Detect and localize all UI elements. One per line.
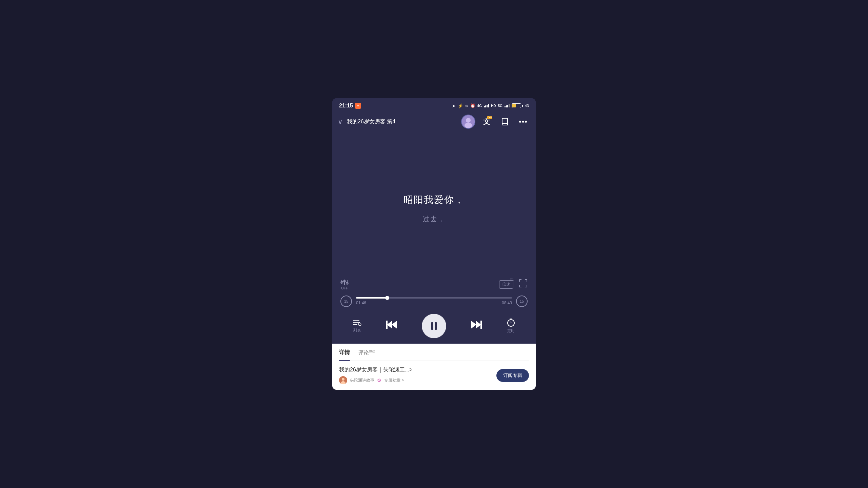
svg-point-12 (358, 323, 361, 326)
signal-bars-4g (484, 104, 489, 107)
book-info: 我的26岁女房客｜头陀渊工...> 头陀渊讲故事 ⚙ 专属勋章 > (339, 366, 492, 384)
on-badge: ON (487, 116, 492, 119)
hd-label: HD (491, 104, 496, 108)
tab-comments-label: 评论 (358, 350, 369, 355)
comments-badge: 862 (369, 349, 375, 353)
back-button[interactable]: ∨ (338, 118, 343, 126)
tab-details-label: 详情 (339, 349, 350, 355)
bluetooth-icon: ⚡ (458, 103, 463, 108)
5g-label: 5G (498, 104, 502, 108)
lyric-sub: 过去， (423, 215, 445, 224)
current-time: 01:46 (356, 301, 366, 305)
skip-forward-15-button[interactable]: 15 (516, 296, 528, 307)
avatar[interactable] (461, 115, 475, 129)
eq-button[interactable]: OFF (340, 279, 349, 290)
book-button[interactable] (498, 115, 512, 129)
next-button[interactable] (470, 319, 482, 332)
playlist-label: 列表 (353, 328, 361, 333)
svg-rect-17 (431, 322, 433, 330)
skip-back-15-button[interactable]: 15 (340, 296, 352, 307)
translate-button[interactable]: 文 ON (479, 115, 494, 129)
tab-comments[interactable]: 评论862 (358, 349, 375, 358)
progress-track: 01:46 08:43 (356, 297, 512, 305)
exclusive-label: 专属勋章 > (384, 378, 404, 383)
status-time: 21:15 ● (339, 103, 361, 109)
progress-fill (356, 297, 387, 299)
svg-rect-21 (480, 321, 482, 329)
svg-marker-20 (476, 321, 481, 329)
playback-controls: 列表 (340, 314, 528, 338)
phone-frame: 21:15 ● ➤ ⚡ ⊕ ⏰ 4G HD 5G (332, 98, 536, 390)
author-avatar (339, 376, 347, 384)
svg-point-25 (342, 378, 344, 381)
top-nav: ∨ 我的26岁女房客 第4 文 ON ••• (332, 112, 536, 131)
notification-badge: ● (355, 103, 361, 109)
pause-button[interactable] (422, 314, 446, 338)
book-title[interactable]: 我的26岁女房客｜头陀渊工...> (339, 366, 492, 373)
lyric-main: 昭阳我爱你， (403, 194, 465, 206)
status-icons: ➤ ⚡ ⊕ ⏰ 4G HD 5G (452, 103, 529, 108)
lyrics-area: 昭阳我爱你， 过去， (340, 138, 528, 279)
speed-label: 倍速 (502, 282, 510, 287)
battery-percent: 43 (525, 104, 529, 108)
exclusive-badge-icon: ⚙ (377, 378, 381, 383)
x1-badge: X1 (510, 278, 514, 281)
tab-details[interactable]: 详情 (339, 349, 350, 358)
subscribe-button[interactable]: 订阅专辑 (496, 369, 529, 382)
svg-marker-14 (387, 321, 392, 329)
skip-fwd-label: 15 (520, 299, 524, 303)
timer-button[interactable]: 定时 (507, 318, 515, 333)
prev-button[interactable] (386, 319, 398, 332)
timer-label: 定时 (507, 328, 515, 333)
total-time: 08:43 (502, 301, 512, 305)
location-icon: ➤ (452, 103, 456, 108)
speed-button[interactable]: X1 倍速 (499, 280, 513, 289)
book-title-text: 我的26岁女房客｜头陀渊工...> (339, 367, 412, 372)
progress-times: 01:46 08:43 (356, 301, 512, 305)
status-bar: 21:15 ● ➤ ⚡ ⊕ ⏰ 4G HD 5G (332, 98, 536, 112)
controls-row-1: OFF X1 倍速 (340, 279, 528, 290)
4g-label: 4G (477, 104, 482, 108)
signal-bars-5g (505, 104, 510, 107)
rotate-icon: ⊕ (465, 104, 468, 108)
svg-marker-15 (392, 321, 397, 329)
notif-icon: ● (357, 104, 359, 107)
playlist-button[interactable]: 列表 (353, 319, 361, 333)
bottom-section: 详情 评论862 我的26岁女房客｜头陀渊工...> (332, 344, 536, 390)
progress-area: 15 01:46 08:43 15 (340, 296, 528, 307)
tabs-row: 详情 评论862 (339, 349, 529, 361)
more-button[interactable]: ••• (516, 115, 530, 129)
progress-thumb (385, 296, 389, 300)
skip-back-label: 15 (344, 299, 348, 303)
content-row: 我的26岁女房客｜头陀渊工...> 头陀渊讲故事 ⚙ 专属勋章 > 订阅专 (339, 366, 529, 384)
player-area: 昭阳我爱你， 过去， OFF X1 倍速 (332, 131, 536, 344)
author-name: 头陀渊讲故事 (350, 378, 374, 383)
svg-point-2 (465, 123, 472, 128)
eq-off-label: OFF (341, 286, 348, 290)
book-meta: 头陀渊讲故事 ⚙ 专属勋章 > (339, 376, 492, 384)
svg-marker-19 (471, 321, 476, 329)
more-icon: ••• (519, 117, 528, 126)
svg-rect-18 (435, 322, 437, 330)
battery-indicator (512, 103, 523, 108)
progress-bar[interactable] (356, 297, 512, 299)
alarm-icon: ⏰ (470, 103, 475, 108)
svg-rect-16 (386, 321, 388, 329)
nav-title: 我的26岁女房客 第4 (347, 118, 457, 125)
time-display: 21:15 (339, 103, 353, 109)
svg-point-1 (466, 118, 471, 123)
fullscreen-button[interactable] (519, 279, 528, 290)
